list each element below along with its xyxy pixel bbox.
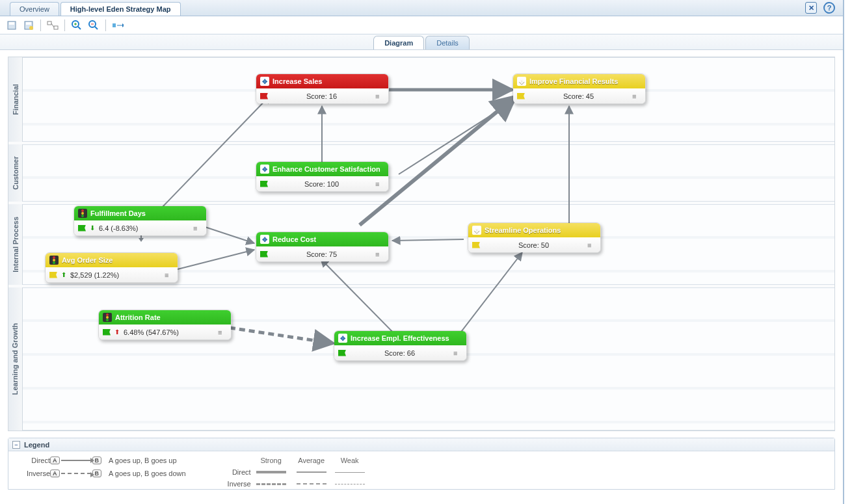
svg-rect-15	[113, 23, 116, 27]
svg-point-38	[106, 313, 109, 316]
svg-marker-17	[122, 23, 124, 27]
flag-icon	[49, 272, 57, 278]
svg-point-35	[53, 256, 55, 259]
arrow-up-icon: ⬆	[114, 328, 120, 336]
svg-line-9	[78, 27, 81, 29]
svg-point-4	[29, 26, 33, 30]
flag-icon	[338, 350, 346, 356]
flag-icon	[472, 242, 480, 248]
svg-rect-1	[9, 22, 14, 25]
subtab-diagram[interactable]: Diagram	[373, 36, 424, 49]
plus-icon: ✥	[338, 334, 347, 343]
traffic-light-icon	[49, 256, 59, 265]
save-as-icon[interactable]	[22, 19, 35, 32]
plus-icon: ✥	[260, 165, 269, 174]
node-fulfillment-days[interactable]: Fulfillment Days ⬇6.4 (-8.63%)≡	[73, 206, 207, 236]
zoom-out-icon[interactable]	[87, 19, 100, 32]
flag-icon	[260, 181, 268, 187]
menu-icon[interactable]: ≡	[375, 180, 384, 188]
flag-icon	[517, 93, 525, 99]
svg-rect-5	[47, 21, 51, 25]
node-increase-empl-eff[interactable]: ✥Increase Empl. Effectiveness Score: 66≡	[334, 330, 467, 361]
lane-customer: Customer	[12, 156, 20, 189]
tab-overview[interactable]: Overview	[10, 2, 59, 16]
main-tabs: Overview High-level Eden Strategy Map ✕ …	[0, 0, 843, 16]
help-icon[interactable]: ?	[823, 2, 835, 14]
lane-learning: Learning and Growth	[12, 323, 20, 395]
plus-icon: ✥	[260, 235, 269, 244]
lane-internal: Internal Process	[12, 217, 20, 272]
legend-title: Legend	[24, 441, 49, 449]
menu-icon[interactable]: ≡	[165, 271, 174, 279]
svg-point-33	[81, 212, 84, 215]
fit-icon[interactable]	[111, 19, 124, 32]
plus-icon: ✥	[260, 77, 269, 86]
flag-icon	[78, 225, 86, 232]
relation-icon[interactable]	[46, 19, 59, 32]
menu-icon[interactable]: ≡	[375, 92, 384, 100]
menu-icon[interactable]: ≡	[218, 328, 227, 336]
node-reduce-cost[interactable]: ✥Reduce Cost Score: 75≡	[256, 232, 389, 262]
node-increase-sales[interactable]: ✥Increase Sales Score: 16≡	[256, 73, 389, 104]
node-attrition-rate[interactable]: Attrition Rate ⬆6.48% (547.67%)≡	[98, 310, 232, 340]
svg-rect-6	[54, 26, 58, 29]
lane-financial: Financial	[12, 84, 20, 115]
node-avg-order-size[interactable]: Avg Order Size ⬆$2,529 (1.22%)≡	[45, 252, 178, 283]
svg-point-32	[81, 209, 84, 212]
node-improve-financial[interactable]: ✥Improve Financial Results Score: 45≡	[513, 73, 646, 104]
flag-icon	[260, 251, 268, 258]
close-tab-button[interactable]: ✕	[805, 2, 817, 14]
svg-rect-3	[26, 22, 31, 25]
flag-icon	[103, 329, 111, 336]
menu-icon[interactable]: ≡	[453, 349, 462, 357]
traffic-light-icon	[78, 209, 87, 218]
node-enhance-csat[interactable]: ✥Enhance Customer Satisfaction Score: 10…	[256, 161, 389, 192]
traffic-light-icon	[103, 313, 112, 322]
subtabs: Diagram Details	[0, 34, 843, 50]
svg-line-7	[51, 23, 54, 27]
flag-icon	[260, 93, 268, 99]
legend-panel: −Legend Direct AB A goes up, B goes up I…	[8, 438, 835, 490]
arrow-down-icon: ⬇	[90, 224, 95, 232]
plus-icon: ✥	[472, 226, 481, 235]
svg-point-37	[53, 261, 55, 264]
zoom-in-icon[interactable]	[70, 19, 83, 32]
menu-icon[interactable]: ≡	[193, 224, 202, 232]
diagram-canvas[interactable]: Financial Customer Internal Process Lear…	[8, 57, 835, 431]
svg-point-39	[106, 316, 109, 319]
subtab-details[interactable]: Details	[425, 36, 470, 49]
svg-point-34	[81, 215, 84, 217]
menu-icon[interactable]: ≡	[587, 241, 596, 249]
svg-point-40	[106, 319, 109, 321]
menu-icon[interactable]: ≡	[375, 250, 384, 258]
menu-icon[interactable]: ≡	[632, 92, 641, 100]
arrow-up-icon: ⬆	[61, 271, 66, 278]
tab-strategy-map[interactable]: High-level Eden Strategy Map	[60, 2, 181, 16]
svg-point-36	[53, 259, 55, 261]
node-streamline-ops[interactable]: ✥Streamline Operations Score: 50≡	[468, 222, 601, 253]
plus-icon: ✥	[517, 77, 526, 86]
svg-line-13	[95, 27, 98, 29]
collapse-icon[interactable]: −	[12, 441, 20, 449]
save-icon[interactable]	[5, 19, 18, 32]
toolbar	[0, 16, 843, 34]
